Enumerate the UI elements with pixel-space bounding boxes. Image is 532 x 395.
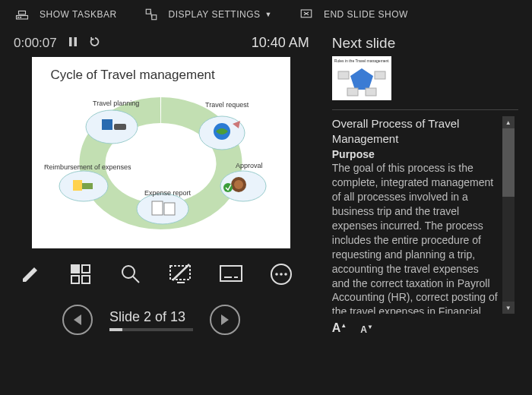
svg-point-24 [223,183,233,192]
svg-rect-28 [82,183,93,189]
svg-text:Travel planning: Travel planning [93,100,139,107]
thumb-graphic [332,64,391,99]
svg-rect-20 [114,124,126,130]
slide-counter: Slide 2 of 13 [109,309,193,325]
scroll-up-button[interactable]: ▲ [502,116,515,128]
svg-rect-54 [375,71,385,79]
svg-rect-56 [366,88,376,96]
scroll-down-button[interactable]: ▼ [502,302,515,314]
black-screen-button[interactable] [167,261,195,288]
subtitle-button[interactable] [217,261,245,288]
svg-point-48 [280,273,283,276]
svg-line-41 [173,264,189,280]
notes-scrollbar[interactable]: ▲ ▼ [502,116,515,314]
current-time: 10:40 AM [252,35,309,51]
svg-marker-51 [221,314,229,325]
svg-rect-8 [74,37,77,46]
next-slide-heading: Next slide [332,35,518,52]
end-slide-show-button[interactable]: END SLIDE SHOW [299,8,408,21]
grid-icon [68,262,93,286]
magnifier-icon [119,262,143,286]
svg-text:Expense report: Expense report [144,189,192,197]
previous-slide-button[interactable] [62,305,93,335]
svg-rect-53 [338,71,349,79]
svg-marker-52 [350,68,373,90]
slide-counter-block: Slide 2 of 13 [109,309,193,331]
svg-point-23 [234,180,243,189]
slide-diagram: Travel planning Travel request Approval … [40,87,283,239]
svg-text:Approval: Approval [236,162,263,169]
next-slide-thumbnail[interactable]: Roles in the Travel management [332,56,391,100]
speaker-notes: Overall Process of Travel Management Pur… [332,116,502,314]
svg-rect-26 [164,203,175,215]
restart-icon [89,36,101,48]
svg-rect-5 [151,15,156,20]
show-taskbar-button[interactable]: SHOW TASKBAR [15,8,117,21]
svg-rect-27 [73,180,82,191]
zoom-button[interactable] [117,261,144,288]
black-screen-icon [168,262,194,286]
divider [332,109,518,110]
end-slide-show-label: END SLIDE SHOW [324,9,408,20]
svg-rect-7 [69,37,72,46]
dropdown-icon: ▼ [265,11,272,18]
prev-icon [72,314,83,326]
svg-rect-55 [347,88,358,96]
pen-icon [18,262,43,286]
slide-progress-fill [109,328,122,331]
svg-point-38 [122,266,135,278]
svg-rect-36 [71,276,79,283]
svg-rect-4 [146,9,150,14]
decrease-font-button[interactable]: A▼ [360,324,373,335]
svg-line-39 [133,276,139,283]
slide-title: Cycle of Travel management [50,68,214,83]
notes-body: The goal of this process is the complete… [332,161,499,314]
scroll-thumb[interactable] [502,128,515,197]
svg-point-47 [275,273,278,276]
elapsed-time: 0:00:07 [14,36,57,51]
svg-marker-50 [74,314,81,325]
notes-title: Overall Process of Travel Management [332,116,499,147]
display-settings-icon [144,8,158,21]
taskbar-icon [15,8,29,21]
svg-rect-43 [220,266,242,281]
next-slide-button[interactable] [210,305,240,335]
svg-text:Travel request: Travel request [205,101,249,109]
svg-rect-1 [17,17,19,18]
svg-rect-35 [82,265,90,273]
pen-tool-button[interactable] [17,261,44,288]
pause-button[interactable] [68,36,78,50]
svg-rect-2 [20,17,21,18]
more-options-button[interactable] [268,261,295,288]
svg-rect-19 [102,119,112,130]
svg-rect-37 [82,276,90,283]
svg-text:Reimbursement of expenses: Reimbursement of expenses [44,163,131,171]
display-settings-label: DISPLAY SETTINGS [169,9,261,20]
see-all-slides-button[interactable] [67,261,94,288]
increase-font-button[interactable]: A▲ [332,321,347,335]
svg-rect-34 [71,265,79,273]
show-taskbar-label: SHOW TASKBAR [40,9,117,20]
subtitle-icon [218,263,244,286]
end-show-icon [299,8,313,21]
pause-icon [68,36,78,47]
svg-rect-25 [152,201,163,215]
svg-point-49 [284,273,287,276]
notes-purpose-label: Purpose [332,147,499,162]
current-slide-preview[interactable]: Cycle of Travel management [32,57,290,248]
scroll-track[interactable] [502,128,515,302]
ellipsis-icon [269,262,293,286]
slide-progress-track [109,328,193,331]
svg-rect-3 [19,11,26,15]
restart-timer-button[interactable] [89,36,101,51]
display-settings-button[interactable]: DISPLAY SETTINGS ▼ [144,8,272,21]
next-icon [220,314,230,326]
